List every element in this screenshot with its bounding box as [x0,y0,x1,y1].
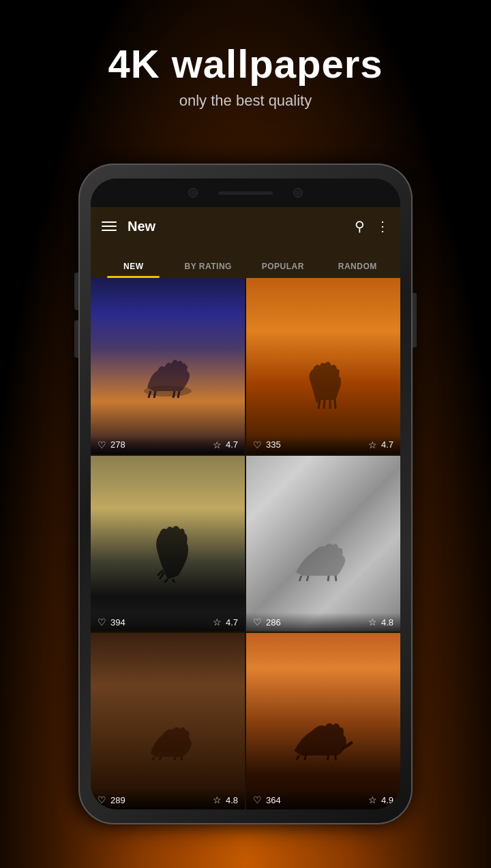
heart-icon-6: ♡ [253,794,262,805]
rating-4: 4.8 [381,617,393,627]
front-camera [188,188,198,198]
item-footer-3: ♡ 394 ☆ 4.7 [91,613,245,632]
phone-shell: New ⚲ ⋮ NEW BY RATING POPULAR RANDOM [78,164,413,824]
item-footer-4: ♡ 286 ☆ 4.8 [246,613,400,632]
power-button [413,293,417,347]
rating-2: 4.7 [381,439,393,450]
wallpaper-item-5[interactable]: ♡ 289 ☆ 4.8 [91,633,245,809]
horse-silhouette-5 [130,713,205,760]
rating-3: 4.7 [226,617,238,627]
horse-silhouette-2 [282,356,364,410]
horse-silhouette-6 [284,711,363,760]
speaker [218,191,273,195]
header-section: 4K wallpapers only the best quality [0,41,491,110]
tab-popular[interactable]: POPULAR [246,255,321,278]
more-options-icon[interactable]: ⋮ [376,218,389,234]
horse-silhouette-3 [134,521,202,583]
volume-down-button [74,320,78,358]
wallpaper-item-2[interactable]: ♡ 335 ☆ 4.7 [246,278,400,454]
item-footer-1: ♡ 278 ☆ 4.7 [91,435,245,454]
star-icon-3: ☆ [213,617,222,627]
heart-icon-2: ♡ [253,439,262,450]
likes-count-6: 364 [266,795,281,805]
phone-outer: New ⚲ ⋮ NEW BY RATING POPULAR RANDOM [78,164,413,824]
horse-silhouette-4 [282,531,364,583]
heart-icon-3: ♡ [98,617,106,627]
topbar-icons: ⚲ ⋮ [355,218,389,234]
item-footer-5: ♡ 289 ☆ 4.8 [91,790,245,809]
phone-screen: New ⚲ ⋮ NEW BY RATING POPULAR RANDOM [91,179,400,809]
wallpaper-item-1[interactable]: ♡ 278 ☆ 4.7 [91,278,245,454]
star-icon-4: ☆ [368,617,377,627]
volume-up-button [74,273,78,310]
likes-count-1: 278 [110,439,125,450]
heart-icon-5: ♡ [98,794,106,805]
topbar-title: New [128,219,355,234]
wallpaper-item-3[interactable]: ♡ 394 ☆ 4.7 [91,456,245,632]
rating-5: 4.8 [226,795,238,805]
heart-icon-4: ♡ [253,617,262,627]
tabs-bar: NEW BY RATING POPULAR RANDOM [91,245,400,278]
wallpaper-image-5 [91,633,245,809]
tab-random[interactable]: RANDOM [321,255,396,278]
heart-icon-1: ♡ [98,439,106,450]
likes-count-5: 289 [110,795,125,805]
app-content: New ⚲ ⋮ NEW BY RATING POPULAR RANDOM [91,207,400,809]
rating-6: 4.9 [381,795,393,805]
sub-title: only the best quality [0,92,491,110]
tab-new[interactable]: NEW [96,255,171,278]
wallpaper-item-6[interactable]: ♡ 364 ☆ 4.9 [246,633,400,809]
wallpaper-item-4[interactable]: ♡ 286 ☆ 4.8 [246,456,400,632]
front-camera-2 [293,188,303,198]
likes-count-2: 335 [266,439,281,450]
item-footer-6: ♡ 364 ☆ 4.9 [246,790,400,809]
wallpaper-image-3 [91,456,245,632]
wallpaper-image-4 [246,456,400,632]
tab-by-rating[interactable]: BY RATING [171,255,246,278]
star-icon-1: ☆ [213,439,222,450]
rating-1: 4.7 [226,439,238,450]
item-footer-2: ♡ 335 ☆ 4.7 [246,435,400,454]
star-icon-5: ☆ [213,794,222,805]
top-bar: New ⚲ ⋮ [91,207,400,245]
wallpaper-image-6 [246,633,400,809]
camera-bar [91,179,400,207]
search-icon[interactable]: ⚲ [355,218,365,234]
wallpaper-image-1 [91,278,245,454]
wallpaper-grid: ♡ 278 ☆ 4.7 [91,278,400,809]
likes-count-4: 286 [266,617,281,627]
main-title: 4K wallpapers [0,41,491,87]
star-icon-6: ☆ [368,794,377,805]
hamburger-menu-button[interactable] [102,221,117,231]
likes-count-3: 394 [110,617,125,627]
star-icon-2: ☆ [368,439,377,450]
wallpaper-image-2 [246,278,400,454]
horse-silhouette-1 [127,354,209,401]
